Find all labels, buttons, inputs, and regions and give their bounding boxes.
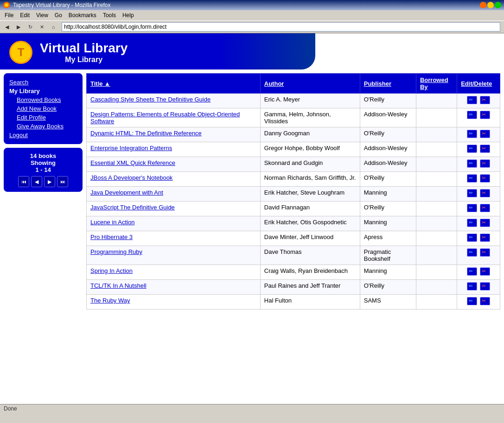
sidebar-item-my-library[interactable]: My Library bbox=[9, 87, 77, 95]
stop-button[interactable]: ✕ bbox=[37, 22, 47, 32]
delete-icon[interactable] bbox=[480, 248, 490, 257]
edit-icon[interactable] bbox=[467, 234, 477, 242]
table-row: Cascading Style Sheets The Definitive Gu… bbox=[87, 94, 500, 108]
menu-file[interactable]: File bbox=[2, 11, 16, 19]
book-title-cell: TCL/TK In A Nutshell bbox=[87, 280, 261, 295]
close-btn[interactable] bbox=[495, 2, 501, 8]
book-title-link[interactable]: Design Patterns: Elements of Reusable Ob… bbox=[90, 111, 240, 125]
delete-icon[interactable] bbox=[480, 234, 490, 242]
menu-view[interactable]: View bbox=[33, 11, 51, 19]
book-publisher-cell: O'Reilly bbox=[360, 280, 416, 295]
edit-icon[interactable] bbox=[467, 159, 477, 168]
book-title-link[interactable]: Spring In Action bbox=[90, 267, 133, 274]
sidebar-item-edit-profile[interactable]: Edit Profile bbox=[9, 113, 77, 122]
delete-icon[interactable] bbox=[480, 189, 490, 197]
book-borrowed-cell bbox=[416, 142, 457, 157]
delete-icon[interactable] bbox=[480, 130, 490, 138]
publisher-sort-link[interactable]: Publisher bbox=[364, 80, 391, 87]
delete-icon[interactable] bbox=[480, 204, 490, 212]
url-input[interactable] bbox=[62, 22, 500, 32]
sidebar-item-add-new-book[interactable]: Add New Book bbox=[9, 104, 77, 113]
delete-icon[interactable] bbox=[480, 297, 490, 305]
book-borrowed-cell bbox=[416, 295, 457, 309]
address-bar bbox=[62, 22, 500, 32]
title-bar: Tapestry Virtual Library - Mozilla Firef… bbox=[0, 0, 504, 10]
delete-icon[interactable] bbox=[480, 219, 490, 227]
book-title-link[interactable]: JavaScript The Definitive Guide bbox=[90, 204, 175, 211]
table-row: JavaScript The Definitive Guide David Fl… bbox=[87, 202, 500, 216]
delete-icon[interactable] bbox=[480, 111, 490, 119]
edit-icon[interactable] bbox=[467, 189, 477, 197]
first-page-button[interactable]: ⏮ bbox=[18, 176, 29, 187]
back-button[interactable]: ◀ bbox=[2, 22, 12, 32]
book-author-cell: Hal Fulton bbox=[260, 295, 360, 309]
delete-icon[interactable] bbox=[480, 96, 490, 104]
menu-help[interactable]: Help bbox=[120, 11, 137, 19]
status-text: Done bbox=[4, 405, 17, 412]
book-title-link[interactable]: TCL/TK In A Nutshell bbox=[90, 282, 147, 289]
book-title-link[interactable]: The Ruby Way bbox=[90, 297, 130, 304]
next-page-button[interactable]: ▶ bbox=[44, 176, 55, 187]
prev-page-button[interactable]: ◀ bbox=[31, 176, 42, 187]
edit-icon[interactable] bbox=[467, 297, 477, 305]
book-title-link[interactable]: JBoss A Developer's Notebook bbox=[90, 174, 172, 181]
edit-icon[interactable] bbox=[467, 130, 477, 138]
home-button[interactable]: ⌂ bbox=[48, 22, 58, 32]
book-title-cell: JBoss A Developer's Notebook bbox=[87, 172, 261, 187]
edit-icon[interactable] bbox=[467, 267, 477, 276]
edit-icon[interactable] bbox=[467, 96, 477, 104]
book-author-cell: Craig Walls, Ryan Breidenbach bbox=[260, 265, 360, 280]
book-actions-cell bbox=[457, 246, 500, 265]
book-publisher-cell: Addison-Wesley bbox=[360, 142, 416, 157]
reload-button[interactable]: ↻ bbox=[25, 22, 35, 32]
author-sort-link[interactable]: Author bbox=[264, 80, 284, 87]
menu-tools[interactable]: Tools bbox=[100, 11, 119, 19]
book-publisher-cell: Addison-Wesley bbox=[360, 157, 416, 172]
edit-icon[interactable] bbox=[467, 282, 477, 290]
book-title-link[interactable]: Cascading Style Sheets The Definitive Gu… bbox=[90, 96, 211, 103]
book-title-link[interactable]: Enterprise Integration Patterns bbox=[90, 145, 172, 152]
edit-icon[interactable] bbox=[467, 174, 477, 183]
table-row: Spring In Action Craig Walls, Ryan Breid… bbox=[87, 265, 500, 280]
books-table-container: Title ▲ Author Publisher Borrowed By Edi bbox=[86, 73, 500, 309]
edit-icon[interactable] bbox=[467, 219, 477, 227]
books-table: Title ▲ Author Publisher Borrowed By Edi bbox=[86, 73, 500, 309]
delete-icon[interactable] bbox=[480, 174, 490, 183]
edit-icon[interactable] bbox=[467, 248, 477, 257]
last-page-button[interactable]: ⏭ bbox=[57, 176, 68, 187]
delete-icon[interactable] bbox=[480, 267, 490, 276]
book-title-link[interactable]: Programming Ruby bbox=[90, 248, 142, 255]
sidebar-item-logout[interactable]: Logout bbox=[9, 131, 77, 139]
menu-go[interactable]: Go bbox=[52, 11, 65, 19]
forward-button[interactable]: ▶ bbox=[13, 22, 24, 32]
book-author-cell: David Flannagan bbox=[260, 202, 360, 216]
maximize-btn[interactable] bbox=[487, 2, 494, 8]
title-sort-link[interactable]: Title ▲ bbox=[90, 80, 110, 87]
sidebar-item-search[interactable]: Search bbox=[9, 78, 77, 87]
delete-icon[interactable] bbox=[480, 145, 490, 153]
book-borrowed-cell bbox=[416, 187, 457, 202]
sidebar-item-give-away-books[interactable]: Give Away Books bbox=[9, 122, 77, 131]
col-header-publisher: Publisher bbox=[360, 74, 416, 94]
book-title-cell: Java Development with Ant bbox=[87, 187, 261, 202]
delete-icon[interactable] bbox=[480, 282, 490, 290]
menu-edit[interactable]: Edit bbox=[17, 11, 32, 19]
book-author-cell: Paul Raines and Jeff Tranter bbox=[260, 280, 360, 295]
table-row: TCL/TK In A Nutshell Paul Raines and Jef… bbox=[87, 280, 500, 295]
edit-icon[interactable] bbox=[467, 145, 477, 153]
book-title-link[interactable]: Pro Hibernate 3 bbox=[90, 234, 133, 240]
book-title-link[interactable]: Lucene in Action bbox=[90, 219, 134, 226]
minimize-btn[interactable] bbox=[480, 2, 486, 8]
book-title-link[interactable]: Dynamic HTML: The Definitive Reference bbox=[90, 130, 202, 137]
book-title-link[interactable]: Essential XML Quick Reference bbox=[90, 159, 175, 166]
book-author-cell: Gamma, Helm, Johnson, Vlissides bbox=[260, 108, 360, 127]
book-borrowed-cell bbox=[416, 94, 457, 108]
delete-icon[interactable] bbox=[480, 159, 490, 168]
sidebar-item-borrowed-books[interactable]: Borrowed Books bbox=[9, 95, 77, 104]
showing-label: Showing bbox=[31, 159, 56, 166]
book-title-link[interactable]: Java Development with Ant bbox=[90, 189, 163, 196]
edit-icon[interactable] bbox=[467, 111, 477, 119]
book-actions-cell bbox=[457, 265, 500, 280]
menu-bookmarks[interactable]: Bookmarks bbox=[66, 11, 99, 19]
edit-icon[interactable] bbox=[467, 204, 477, 212]
